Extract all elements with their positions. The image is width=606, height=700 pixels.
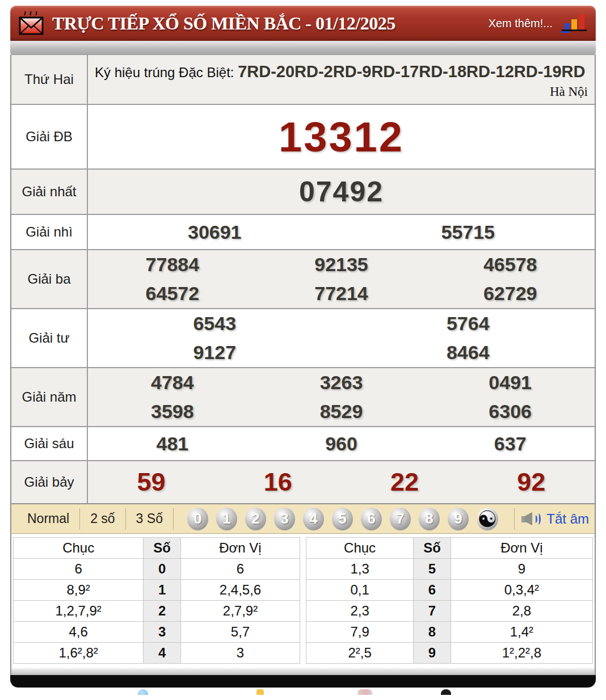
- prize-row-db: Giải ĐB 13312: [11, 105, 595, 170]
- stats-cell-so: 9: [414, 643, 451, 664]
- stats-cell-so: 8: [414, 622, 451, 643]
- prize-number: 3263: [257, 372, 426, 394]
- prize-numbers: 6543576491278464: [88, 309, 595, 367]
- stats-cell-donvi: 6: [180, 559, 300, 580]
- stats-cell-donvi: 1,4²: [451, 622, 592, 643]
- stats-table-left: Chục Số Đơn Vị 6068,9²12,4,5,61,2,7,9²22…: [13, 537, 300, 664]
- prize-number: 637: [426, 433, 595, 455]
- speaker-icon[interactable]: [520, 511, 541, 527]
- col-header-chuc: Chục: [306, 538, 414, 559]
- results-table: Thứ Hai Ký hiệu trúng Đặc Biệt: 7RD-20RD…: [10, 54, 596, 504]
- ball-3[interactable]: 3: [274, 508, 295, 530]
- stats-cell-so: 4: [144, 643, 181, 664]
- stats-header-row: Chục Số Đơn Vị: [306, 538, 593, 559]
- header-divider: [10, 41, 596, 54]
- ball-9[interactable]: 9: [448, 508, 469, 530]
- prize-row-sixth: Giải sáu 481960637: [11, 427, 595, 461]
- prize-label: Giải tư: [11, 309, 88, 367]
- prize-number: 0491: [426, 372, 595, 394]
- prize-line: 13312: [88, 113, 595, 161]
- prize-label: Giải ĐB: [11, 105, 88, 168]
- region-label: Hà Nội: [550, 85, 588, 99]
- prize-numbers: 481960637: [88, 427, 595, 460]
- col-header-so: Số: [144, 538, 181, 559]
- mode-normal[interactable]: Normal: [17, 511, 79, 526]
- ball-0[interactable]: 0: [187, 508, 208, 530]
- prize-number: 16: [214, 467, 341, 497]
- prize-numbers: 13312: [88, 105, 595, 168]
- stats-cell-chuc: 2,3: [306, 601, 414, 622]
- stats-cell-chuc: 4,6: [14, 622, 144, 643]
- mode-3-digits[interactable]: 3 Số: [126, 511, 173, 526]
- stats-cell-chuc: 0,1: [306, 580, 414, 601]
- stats-section: Chục Số Đơn Vị 6068,9²12,4,5,61,2,7,9²22…: [10, 534, 596, 668]
- prize-numbers: 478432630491359885296306: [88, 368, 595, 426]
- ball-5[interactable]: 5: [332, 508, 353, 530]
- prize-number: 59: [88, 467, 214, 497]
- prize-number: 960: [257, 433, 426, 455]
- mute-button[interactable]: Tắt âm: [546, 511, 589, 527]
- ball-1[interactable]: 1: [216, 508, 237, 530]
- stats-cell-chuc: 6: [14, 559, 144, 580]
- stats-row: 4,635,7: [14, 622, 300, 643]
- col-header-chuc: Chục: [14, 538, 144, 559]
- prize-number: 4784: [88, 372, 257, 394]
- prize-number: 3598: [88, 400, 257, 423]
- stats-header-row: Chục Số Đơn Vị: [14, 538, 300, 559]
- prize-number: 55715: [342, 221, 595, 243]
- ball-4[interactable]: 4: [303, 508, 324, 530]
- prize-numbers: 3069155715: [88, 215, 595, 249]
- prize-row-first: Giải nhất 07492: [11, 170, 595, 215]
- prize-line: 3069155715: [88, 221, 595, 243]
- prize-row-seventh: Giải bảy 59162292: [11, 461, 595, 503]
- separator: [514, 508, 515, 530]
- prize-number: 77214: [257, 282, 426, 305]
- col-header-donvi: Đơn Vị: [180, 538, 300, 559]
- ball-2[interactable]: 2: [245, 508, 266, 530]
- stats-cell-so: 5: [414, 559, 451, 580]
- stats-cell-so: 2: [144, 601, 181, 622]
- prize-numbers: 07492: [88, 170, 595, 214]
- stats-row: 2,372,8: [306, 601, 593, 622]
- prize-line: 65435764: [88, 313, 595, 335]
- prize-row-fourth: Giải tư 6543576491278464: [11, 309, 595, 368]
- prize-number: 64572: [88, 282, 257, 305]
- stats-row: 1,359: [306, 559, 593, 580]
- mode-2-digits[interactable]: 2 số: [80, 511, 125, 526]
- prize-number: 46578: [426, 254, 595, 276]
- info-row: Thứ Hai Ký hiệu trúng Đặc Biệt: 7RD-20RD…: [11, 55, 595, 105]
- ball-8[interactable]: 8: [419, 508, 440, 530]
- prize-label: Giải năm: [11, 368, 88, 426]
- stats-cell-chuc: 7,9: [306, 622, 414, 643]
- see-more-link[interactable]: Xem thêm!...: [489, 17, 553, 30]
- footer-divider: [10, 668, 596, 675]
- prize-number: 07492: [88, 175, 595, 208]
- mute-control[interactable]: Tắt âm: [514, 508, 589, 530]
- ball-6[interactable]: 6: [361, 508, 382, 530]
- stats-cell-chuc: 1,3: [306, 559, 414, 580]
- stats-cell-donvi: 2,8: [451, 601, 592, 622]
- prize-label: Giải nhì: [11, 215, 88, 249]
- yinyang-ball-icon[interactable]: ☯: [477, 508, 498, 530]
- ball-7[interactable]: 7: [390, 508, 411, 530]
- prize-line: 778849213546578: [88, 254, 595, 276]
- prize-label: Giải bảy: [11, 461, 88, 503]
- cutoff-icon-row: [0, 688, 606, 695]
- symbol-codes: 7RD-20RD-2RD-9RD-17RD-18RD-12RD-19RD: [238, 62, 585, 81]
- page-title: TRỰC TIẾP XỔ SỐ MIỀN BẮC - 01/12/2025: [52, 13, 395, 34]
- bar-chart-icon[interactable]: [561, 13, 588, 33]
- prize-label: Giải sáu: [11, 427, 88, 460]
- prize-line: 91278464: [88, 341, 595, 364]
- prize-line: 645727721462729: [88, 282, 595, 305]
- prize-label: Giải nhất: [11, 170, 88, 214]
- number-balls: 0123456789: [187, 508, 469, 530]
- header-bar: TRỰC TIẾP XỔ SỐ MIỀN BẮC - 01/12/2025 Xe…: [10, 6, 596, 41]
- stats-cell-donvi: 2,4,5,6: [180, 580, 300, 601]
- envelope-icon: [18, 10, 44, 36]
- cutoff-icon-yellow: [256, 689, 264, 695]
- separator: [173, 508, 174, 530]
- stats-cell-donvi: 2,7,9²: [180, 601, 300, 622]
- prize-number: 8464: [342, 341, 595, 364]
- stats-cell-donvi: 0,3,4²: [451, 580, 592, 601]
- stats-row: 2²,591²,2²,8: [306, 643, 593, 664]
